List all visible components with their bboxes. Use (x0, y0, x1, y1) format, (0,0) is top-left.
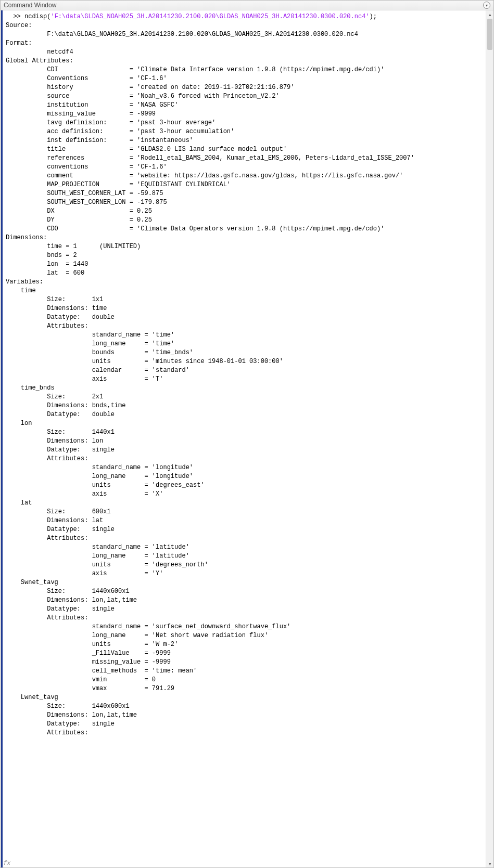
vertical-scrollbar[interactable]: ▴ ▾ (486, 10, 493, 867)
scroll-up-icon[interactable]: ▴ (486, 10, 493, 18)
scroll-down-icon[interactable]: ▾ (486, 860, 493, 867)
title-bar: Command Window ▾ (1, 1, 493, 10)
scroll-thumb[interactable] (487, 19, 492, 50)
console-output[interactable]: >> ncdisp('F:\data\GLDAS_NOAH025_3H.A201… (3, 10, 486, 867)
window-title: Command Window (4, 2, 56, 9)
actions-dropdown-icon[interactable]: ▾ (483, 2, 490, 9)
content-area: >> ncdisp('F:\data\GLDAS_NOAH025_3H.A201… (1, 10, 493, 867)
function-indicator: fx (3, 859, 10, 866)
command-window: Command Window ▾ >> ncdisp('F:\data\GLDA… (0, 0, 494, 868)
